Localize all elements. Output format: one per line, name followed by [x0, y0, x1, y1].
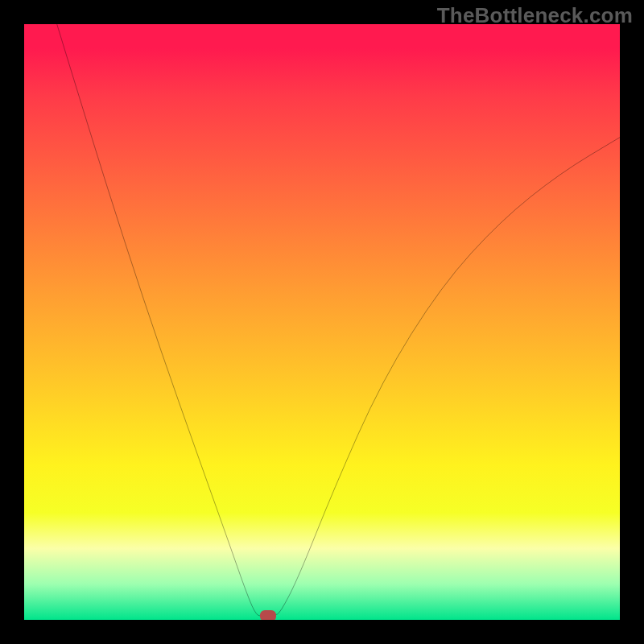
- bottleneck-curve: [24, 24, 620, 620]
- plot-area: [24, 24, 620, 620]
- optimal-marker: [260, 610, 276, 620]
- curve-path: [57, 24, 620, 616]
- chart-frame: TheBottleneck.com: [0, 0, 644, 644]
